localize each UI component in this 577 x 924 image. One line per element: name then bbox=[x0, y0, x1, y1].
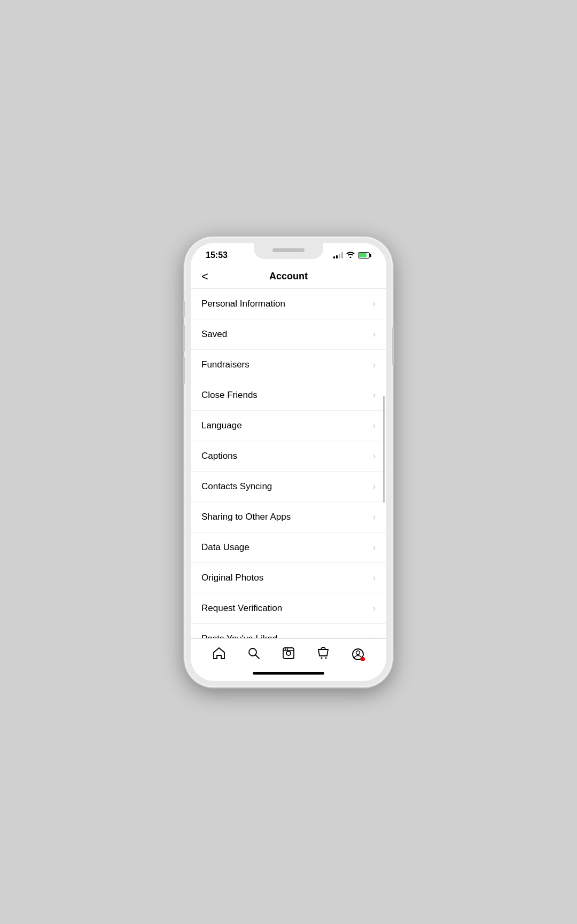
phone-frame: 15:53 bbox=[184, 237, 393, 687]
home-indicator-container bbox=[191, 668, 386, 681]
chevron-right-icon: › bbox=[373, 330, 376, 339]
menu-item-captions[interactable]: Captions › bbox=[191, 441, 386, 472]
battery-icon bbox=[358, 252, 371, 259]
menu-item-label: Language bbox=[201, 420, 242, 431]
menu-item-label: Original Photos bbox=[201, 573, 263, 583]
volume-up-button bbox=[183, 325, 185, 351]
nav-home[interactable] bbox=[210, 644, 228, 664]
menu-item-label: Sharing to Other Apps bbox=[201, 512, 291, 522]
menu-item-label: Fundraisers bbox=[201, 359, 249, 370]
chevron-right-icon: › bbox=[373, 390, 376, 400]
menu-item-label: Captions bbox=[201, 451, 237, 461]
chevron-right-icon: › bbox=[373, 604, 376, 613]
svg-point-8 bbox=[325, 657, 327, 659]
chevron-right-icon: › bbox=[373, 451, 376, 461]
menu-item-label: Close Friends bbox=[201, 390, 258, 401]
menu-item-saved[interactable]: Saved › bbox=[191, 319, 386, 350]
scrollbar bbox=[383, 396, 385, 503]
svg-point-10 bbox=[356, 651, 360, 655]
nav-shop[interactable] bbox=[314, 644, 332, 664]
chevron-right-icon: › bbox=[373, 299, 376, 309]
menu-item-sharing-to-other-apps[interactable]: Sharing to Other Apps › bbox=[191, 502, 386, 533]
menu-item-personal-information[interactable]: Personal Information › bbox=[191, 289, 386, 319]
menu-item-label: Saved bbox=[201, 329, 227, 340]
chevron-right-icon: › bbox=[373, 512, 376, 522]
menu-item-label: Contacts Syncing bbox=[201, 481, 272, 492]
home-indicator bbox=[253, 672, 324, 675]
menu-item-label: Request Verification bbox=[201, 603, 282, 614]
menu-item-label: Posts You've Liked bbox=[201, 633, 277, 638]
notch bbox=[254, 243, 323, 259]
wifi-icon bbox=[346, 252, 355, 260]
svg-line-1 bbox=[255, 655, 259, 659]
menu-item-data-usage[interactable]: Data Usage › bbox=[191, 533, 386, 563]
chevron-right-icon: › bbox=[373, 482, 376, 491]
nav-profile[interactable] bbox=[349, 645, 367, 663]
home-icon bbox=[212, 646, 226, 662]
menu-item-label: Data Usage bbox=[201, 542, 249, 553]
status-time: 15:53 bbox=[206, 250, 228, 260]
menu-item-close-friends[interactable]: Close Friends › bbox=[191, 380, 386, 411]
phone-screen: 15:53 bbox=[191, 243, 386, 681]
menu-item-posts-youve-liked[interactable]: Posts You've Liked › bbox=[191, 624, 386, 638]
status-icons bbox=[333, 252, 371, 260]
reels-icon bbox=[282, 646, 295, 662]
power-button bbox=[392, 327, 394, 365]
page-title: Account bbox=[269, 271, 308, 282]
signal-icon bbox=[333, 252, 343, 259]
volume-down-button bbox=[183, 357, 185, 383]
chevron-right-icon: › bbox=[373, 543, 376, 552]
svg-point-3 bbox=[286, 651, 291, 655]
menu-item-request-verification[interactable]: Request Verification › bbox=[191, 593, 386, 624]
profile-icon-wrapper bbox=[351, 647, 365, 661]
chevron-right-icon: › bbox=[373, 360, 376, 370]
notch-speaker bbox=[272, 248, 305, 252]
nav-search[interactable] bbox=[245, 644, 263, 664]
search-icon bbox=[247, 646, 261, 662]
chevron-right-icon: › bbox=[373, 573, 376, 583]
settings-list: Personal Information › Saved › Fundraise… bbox=[191, 289, 386, 638]
nav-reels[interactable] bbox=[279, 644, 298, 664]
menu-item-contacts-syncing[interactable]: Contacts Syncing › bbox=[191, 472, 386, 502]
bottom-navigation bbox=[191, 638, 386, 668]
page-header: < Account bbox=[191, 264, 386, 289]
svg-point-7 bbox=[321, 657, 323, 659]
volume-silent-button bbox=[183, 301, 185, 317]
svg-point-5 bbox=[285, 648, 286, 649]
svg-point-6 bbox=[287, 648, 288, 649]
chevron-right-icon: › bbox=[373, 421, 376, 430]
menu-item-fundraisers[interactable]: Fundraisers › bbox=[191, 350, 386, 380]
menu-item-original-photos[interactable]: Original Photos › bbox=[191, 563, 386, 593]
menu-item-label: Personal Information bbox=[201, 299, 285, 309]
back-button[interactable]: < bbox=[201, 270, 208, 284]
chevron-right-icon: › bbox=[373, 634, 376, 638]
menu-item-language[interactable]: Language › bbox=[191, 411, 386, 441]
shop-icon bbox=[316, 646, 330, 662]
